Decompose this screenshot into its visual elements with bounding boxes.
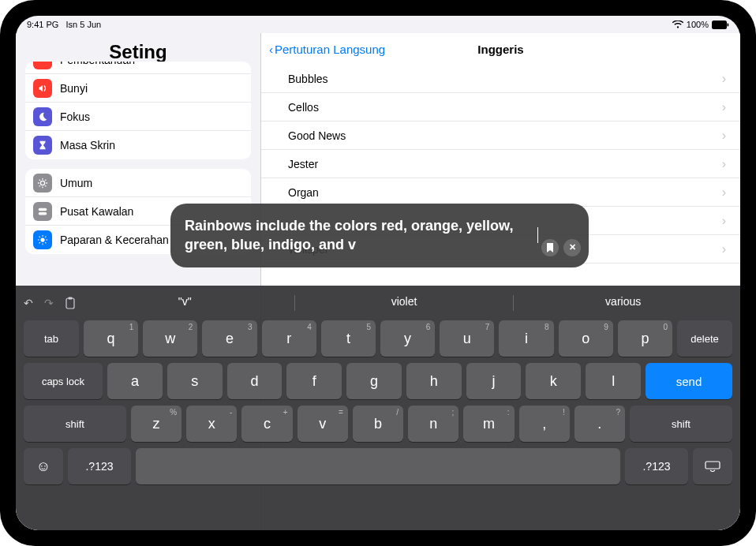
emoji-icon: ☺ [36, 458, 51, 475]
svg-point-2 [40, 181, 44, 185]
key-tab[interactable]: tab [24, 320, 79, 357]
key-b[interactable]: /b [353, 406, 403, 442]
hourglass-icon [33, 136, 52, 155]
key-s[interactable]: s [167, 363, 223, 399]
key-o[interactable]: 9o [559, 320, 613, 357]
key-x[interactable]: -x [186, 406, 237, 442]
close-button[interactable]: ✕ [563, 239, 581, 256]
clipboard-icon[interactable] [65, 297, 76, 309]
voice-item[interactable]: Organ› [261, 178, 740, 207]
key-t[interactable]: 5t [321, 320, 376, 357]
key-shift-right[interactable]: shift [630, 406, 732, 442]
svg-rect-7 [69, 297, 73, 300]
voice-label: Jester [288, 158, 318, 170]
key-d[interactable]: d [227, 363, 283, 399]
svg-rect-4 [39, 211, 47, 215]
voice-label: Good News [288, 129, 346, 142]
voice-item[interactable]: Cellos› [261, 93, 740, 122]
key-n[interactable]: ;n [408, 406, 458, 442]
keyboard-icon [705, 461, 720, 472]
key-v[interactable]: =v [298, 406, 348, 442]
wifi-icon [672, 21, 683, 28]
suggestion-bar: ↶ ↷ "v" violet various [16, 289, 740, 317]
undo-icon[interactable]: ↶ [24, 297, 33, 309]
live-speech-bubble[interactable]: Rainbows include the colors red, orange,… [170, 204, 589, 267]
key-capslock[interactable]: caps lock [24, 363, 103, 399]
sidebar-item-label: Paparan & Kecerahan [60, 234, 169, 246]
key-y[interactable]: 6y [380, 320, 435, 357]
voice-label: Organ [288, 186, 319, 199]
key-emoji[interactable]: ☺ [24, 448, 63, 484]
voice-item[interactable]: Bubbles› [261, 65, 740, 93]
key-shift-left[interactable]: shift [24, 406, 126, 442]
redo-icon[interactable]: ↷ [44, 297, 54, 309]
close-icon: ✕ [569, 241, 576, 253]
status-time: 9:41 PG [27, 20, 58, 29]
bookmark-button[interactable] [541, 239, 559, 256]
nav-bar: ‹ Pertuturan Langsung Inggeris [261, 33, 740, 65]
sidebar-group-1: Pemberitahuan Bunyi Fokus [25, 62, 251, 159]
key-k[interactable]: k [526, 363, 581, 399]
status-bar: 9:41 PG Isn 5 Jun 100% [16, 16, 740, 33]
key-q[interactable]: 1q [84, 320, 138, 357]
sidebar-item-focus[interactable]: Fokus [25, 103, 251, 131]
voice-item[interactable]: Good News› [261, 122, 740, 150]
battery-icon [712, 21, 729, 29]
sidebar-item-screentime[interactable]: Masa Skrin [25, 131, 251, 159]
voice-label: Cellos [288, 101, 319, 114]
key-p[interactable]: 0p [618, 320, 672, 357]
chevron-right-icon: › [722, 157, 726, 171]
key-space[interactable] [136, 448, 620, 484]
sidebar-item-label: Pusat Kawalan [60, 205, 133, 218]
key-delete[interactable]: delete [677, 320, 732, 357]
chevron-right-icon: › [722, 214, 726, 228]
chevron-right-icon: › [722, 72, 726, 86]
key-z[interactable]: %z [131, 406, 182, 442]
key-c[interactable]: +c [241, 406, 292, 442]
key-period[interactable]: ?. [574, 406, 625, 442]
text-cursor [537, 227, 538, 243]
key-g[interactable]: g [346, 363, 402, 399]
gear-icon [33, 174, 52, 193]
back-button[interactable]: ‹ Pertuturan Langsung [261, 43, 385, 56]
sidebar-item-label: Umum [60, 177, 92, 189]
key-h[interactable]: h [406, 363, 462, 399]
key-numsym-right[interactable]: .?123 [625, 448, 688, 484]
key-r[interactable]: 4r [262, 320, 316, 357]
sidebar-item-notifications[interactable]: Pemberitahuan [25, 62, 251, 74]
svg-rect-6 [66, 298, 74, 309]
key-a[interactable]: a [107, 363, 163, 399]
suggestion[interactable]: violet [295, 295, 514, 311]
onscreen-keyboard: ↶ ↷ "v" violet various tab 1q [16, 286, 740, 530]
bookmark-icon [546, 243, 554, 252]
sidebar-item-label: Fokus [60, 110, 90, 123]
back-label: Pertuturan Langsung [275, 43, 385, 56]
key-comma[interactable]: !, [519, 406, 570, 442]
key-hide-keyboard[interactable] [693, 448, 732, 484]
key-send[interactable]: send [646, 363, 732, 399]
key-u[interactable]: 7u [440, 320, 494, 357]
key-f[interactable]: f [286, 363, 342, 399]
status-date: Isn 5 Jun [66, 20, 102, 29]
key-l[interactable]: l [586, 363, 641, 399]
sidebar-item-general[interactable]: Umum [25, 169, 251, 197]
chevron-right-icon: › [722, 242, 726, 256]
suggestion[interactable]: various [514, 295, 732, 311]
key-numsym-left[interactable]: .?123 [68, 448, 131, 484]
svg-rect-1 [728, 23, 729, 26]
battery-pct: 100% [687, 20, 709, 29]
chevron-left-icon: ‹ [269, 43, 273, 56]
key-i[interactable]: 8i [499, 320, 553, 357]
brightness-icon [33, 230, 52, 249]
key-m[interactable]: :m [463, 406, 514, 442]
svg-rect-3 [39, 208, 47, 211]
key-w[interactable]: 2w [143, 320, 197, 357]
sidebar-item-sound[interactable]: Bunyi [25, 74, 251, 103]
key-e[interactable]: 3e [202, 320, 256, 357]
sidebar-item-label: Masa Skrin [60, 139, 115, 151]
suggestion[interactable]: "v" [76, 295, 294, 311]
key-j[interactable]: j [466, 363, 522, 399]
svg-rect-0 [712, 21, 727, 29]
voice-item[interactable]: Jester› [261, 150, 740, 178]
sidebar-item-label: Pemberitahuan [60, 62, 135, 66]
